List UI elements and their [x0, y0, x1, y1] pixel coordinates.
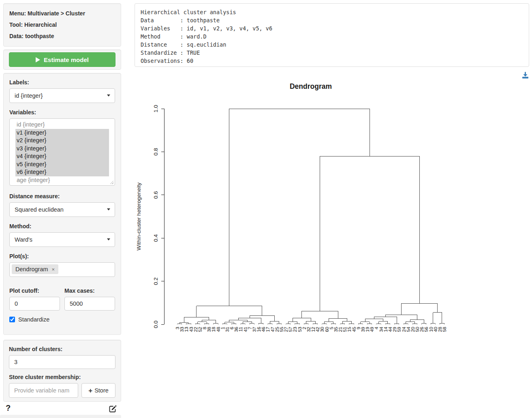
- variable-option[interactable]: v5 {integer}: [15, 161, 109, 169]
- plot-chip-label: Dendrogram: [15, 266, 48, 272]
- labels-label: Labels:: [9, 79, 115, 86]
- store-button[interactable]: + Store: [81, 383, 115, 398]
- dendrogram-svg: Dendrogram Within-cluster heterogeneity …: [134, 69, 532, 361]
- plot-cutoff-input[interactable]: [9, 297, 60, 311]
- distance-label: Distance measure:: [9, 193, 115, 199]
- variable-option[interactable]: v2 {integer}: [15, 137, 109, 145]
- variables-options: id {integer}v1 {integer}v2 {integer}v3 {…: [10, 121, 115, 184]
- variable-option[interactable]: v3 {integer}: [15, 145, 109, 153]
- summary-card: Menu: Multivariate > Cluster Tool: Hiera…: [3, 3, 121, 47]
- y-tick-label: 0.0: [153, 321, 159, 328]
- edit-pencil-icon: [109, 405, 117, 413]
- y-tick-label: 0.8: [153, 148, 159, 156]
- labels-select[interactable]: id {integer}: [9, 88, 115, 103]
- leaf-label: 58: [442, 327, 447, 332]
- chevron-down-icon: [107, 208, 110, 210]
- method-select[interactable]: Ward's: [9, 232, 115, 247]
- standardize-label: Standardize: [18, 316, 49, 323]
- plot-title: Dendrogram: [290, 82, 332, 90]
- store-name-input[interactable]: [9, 383, 78, 398]
- standardize-option[interactable]: Standardize: [9, 316, 115, 323]
- variables-listbox[interactable]: id {integer}v1 {integer}v2 {integer}v3 {…: [9, 118, 115, 186]
- labels-select-value: id {integer}: [15, 92, 43, 99]
- y-axis-label: Within-cluster heterogeneity: [136, 182, 142, 251]
- y-tick-label: 0.6: [153, 191, 159, 199]
- plots-input[interactable]: Dendrogram×: [9, 262, 115, 277]
- max-cases-label: Max cases:: [64, 287, 115, 294]
- y-tick-label: 0.2: [153, 277, 159, 285]
- chevron-down-icon: [107, 94, 110, 96]
- y-tick-label: 0.4: [153, 234, 159, 242]
- standardize-checkbox[interactable]: [9, 317, 15, 322]
- variable-option[interactable]: v1 {integer}: [15, 129, 109, 137]
- estimate-model-button[interactable]: Estimate model: [9, 52, 115, 67]
- max-cases-input[interactable]: [64, 297, 115, 311]
- store-button-label: Store: [94, 387, 109, 394]
- method-label: Method:: [9, 223, 115, 229]
- plots-label: Plot(s):: [9, 253, 115, 259]
- method-select-value: Ward's: [15, 236, 32, 243]
- dendrogram-tree: [177, 109, 444, 324]
- chevron-down-icon: [107, 238, 110, 240]
- distance-select[interactable]: Squared euclidean: [9, 202, 115, 217]
- plot-cutoff-label: Plot cutoff:: [9, 287, 60, 294]
- distance-select-value: Squared euclidean: [15, 206, 64, 213]
- summary-output: Hierarchical cluster analysis Data : too…: [135, 3, 529, 67]
- plot-chip[interactable]: Dendrogram×: [12, 264, 58, 274]
- variable-option[interactable]: v6 {integer}: [15, 168, 109, 176]
- menu-breadcrumb: Menu: Multivariate > Cluster: [9, 9, 115, 17]
- leaf-labels: 3331343225283818481316361141737164617472…: [175, 326, 447, 332]
- estimate-model-label: Estimate model: [44, 56, 89, 63]
- model-settings-card: Labels: id {integer} Variables: id {inte…: [3, 73, 121, 335]
- variable-option[interactable]: age {integer}: [15, 176, 109, 184]
- variables-label: Variables:: [9, 109, 115, 116]
- edit-report-button[interactable]: [109, 405, 117, 414]
- y-tick-label: 1.0: [153, 105, 159, 113]
- store-label: Store cluster membership:: [9, 374, 115, 380]
- dataset-label: Data: toothpaste: [9, 32, 115, 40]
- n-clusters-label: Number of clusters:: [9, 346, 115, 352]
- y-axis: 0.00.20.40.60.81.0: [153, 105, 164, 328]
- tool-label: Tool: Hierarchical: [9, 21, 115, 29]
- variable-option[interactable]: id {integer}: [15, 121, 109, 129]
- footer-strip: [0, 415, 121, 418]
- remove-chip-icon[interactable]: ×: [52, 267, 55, 272]
- plus-icon: +: [88, 387, 92, 394]
- help-icon[interactable]: ?: [6, 403, 11, 413]
- variable-option[interactable]: v4 {integer}: [15, 152, 109, 161]
- play-icon: [36, 57, 40, 62]
- cluster-store-card: Number of clusters: Store cluster member…: [3, 340, 121, 402]
- n-clusters-input[interactable]: [9, 355, 115, 369]
- estimate-card: Estimate model: [3, 49, 121, 70]
